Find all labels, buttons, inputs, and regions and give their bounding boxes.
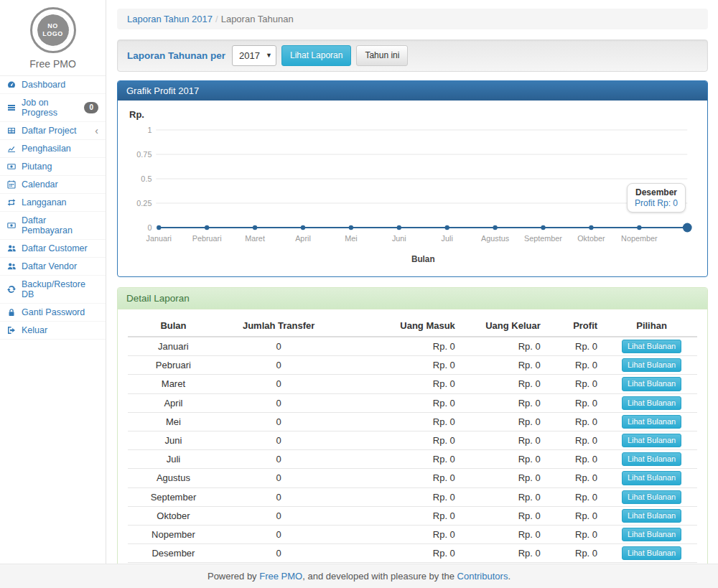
cell-jumlah-transfer: 0	[219, 375, 339, 393]
table-row: Pebruari0Rp. 0Rp. 0Rp. 0Lihat Bulanan	[128, 356, 697, 375]
table-row: Nopember0Rp. 0Rp. 0Rp. 0Lihat Bulanan	[128, 525, 697, 543]
data-point-desember[interactable]	[683, 223, 692, 233]
sidebar-item-label: Calendar	[22, 179, 58, 190]
sidebar-item-daftar-project[interactable]: Daftar Project‹	[0, 122, 106, 140]
data-point-nopember[interactable]	[637, 225, 641, 230]
data-point-pebruari[interactable]	[205, 225, 209, 230]
cell-pilihan: Lihat Bulanan	[606, 393, 697, 412]
x-tick-label: September	[524, 234, 562, 243]
sidebar-item-langganan[interactable]: Langganan	[0, 194, 106, 212]
sidebar-item-dashboard[interactable]: Dashboard	[0, 76, 106, 94]
lihat-bulanan-button[interactable]: Lihat Bulanan	[622, 509, 681, 523]
cell-uang-masuk: Rp. 0	[338, 487, 463, 506]
sidebar-item-ganti-password[interactable]: Ganti Password	[0, 304, 106, 322]
breadcrumb-current: Laporan Tahunan	[221, 14, 294, 24]
data-point-april[interactable]	[301, 225, 305, 230]
table-row: September0Rp. 0Rp. 0Rp. 0Lihat Bulanan	[128, 487, 697, 506]
cell-jumlah-transfer: 0	[219, 337, 339, 356]
sidebar-item-piutang[interactable]: Piutang	[0, 158, 106, 176]
detail-panel-body: BulanJumlah TransferUang MasukUang Kelua…	[118, 309, 707, 564]
chart-panel-title: Grafik Profit 2017	[118, 81, 707, 101]
cell-profit: Rp. 0	[549, 393, 606, 412]
lihat-bulanan-button[interactable]: Lihat Bulanan	[622, 452, 681, 466]
cell-jumlah-transfer: 0	[219, 431, 339, 449]
x-tick-label: Januari	[146, 234, 172, 243]
cell-profit: Rp. 0	[549, 356, 606, 375]
data-point-agustus[interactable]	[493, 225, 497, 230]
users-icon	[7, 262, 17, 271]
cell-jumlah-transfer: 0	[219, 393, 339, 412]
x-tick-label: Juni	[392, 234, 406, 243]
chart-tooltip: Desember Profit Rp: 0	[627, 183, 686, 213]
detail-report-panel: Detail Laporan BulanJumlah TransferUang …	[117, 287, 708, 564]
chart-panel-body: Rp. 00.250.50.751JanuariPebruariMaretApr…	[118, 101, 707, 276]
data-point-oktober[interactable]	[589, 225, 593, 230]
sidebar-item-backup-restore-db[interactable]: Backup/Restore DB	[0, 276, 106, 304]
column-header-uang-keluar: Uang Keluar	[464, 315, 549, 337]
lihat-bulanan-button[interactable]: Lihat Bulanan	[622, 396, 681, 410]
sidebar-item-keluar[interactable]: Keluar	[0, 322, 106, 340]
lihat-bulanan-button[interactable]: Lihat Bulanan	[622, 434, 681, 447]
sign-out-icon	[7, 326, 17, 335]
cell-bulan: Desember	[128, 544, 219, 563]
data-point-mei[interactable]	[349, 225, 353, 230]
tahun-ini-button[interactable]: Tahun ini	[356, 45, 408, 65]
profit-chart-panel: Grafik Profit 2017 Rp. 00.250.50.751Janu…	[117, 80, 708, 277]
table-row: Desember0Rp. 0Rp. 0Rp. 0Lihat Bulanan	[128, 544, 697, 563]
x-tick-label: Maret	[245, 234, 265, 243]
cell-profit: Rp. 0	[549, 375, 606, 393]
tasks-icon	[7, 103, 17, 113]
sidebar-item-label: Job on Progress	[22, 98, 79, 118]
lihat-bulanan-button[interactable]: Lihat Bulanan	[622, 340, 681, 353]
data-point-januari[interactable]	[157, 225, 161, 230]
cell-pilihan: Lihat Bulanan	[606, 525, 697, 543]
column-header-profit: Profit	[549, 315, 606, 337]
refresh-icon	[7, 285, 17, 294]
sidebar-item-calendar[interactable]: Calendar	[0, 176, 106, 194]
data-point-september[interactable]	[541, 225, 545, 230]
lihat-bulanan-button[interactable]: Lihat Bulanan	[622, 358, 681, 372]
sidebar-item-daftar-pembayaran[interactable]: Daftar Pembayaran	[0, 212, 106, 240]
sidebar-item-label: Daftar Pembayaran	[22, 215, 98, 235]
lihat-bulanan-button[interactable]: Lihat Bulanan	[622, 528, 681, 541]
cell-bulan: April	[128, 393, 219, 412]
data-point-juni[interactable]	[397, 225, 401, 230]
cell-bulan: Pebruari	[128, 356, 219, 375]
breadcrumb-link-laporan-tahun[interactable]: Laporan Tahun 2017	[127, 14, 213, 24]
chart-canvas[interactable]: 00.250.50.751JanuariPebruariMaretAprilMe…	[126, 120, 699, 272]
table-row: Maret0Rp. 0Rp. 0Rp. 0Lihat Bulanan	[128, 375, 697, 393]
lihat-bulanan-button[interactable]: Lihat Bulanan	[622, 471, 681, 485]
lihat-laporan-button[interactable]: Lihat Laporan	[281, 45, 351, 65]
sidebar-item-job-on-progress[interactable]: Job on Progress0	[0, 94, 106, 122]
x-tick-label: Pebruari	[192, 234, 222, 243]
footer-freepmo-link[interactable]: Free PMO	[259, 571, 302, 582]
sidebar-item-label: Daftar Vendor	[22, 261, 77, 271]
x-axis-title: Bulan	[411, 254, 435, 264]
lihat-bulanan-button[interactable]: Lihat Bulanan	[622, 546, 681, 560]
footer-text-suffix: .	[508, 571, 510, 582]
cell-jumlah-transfer: 0	[219, 356, 339, 375]
cell-pilihan: Lihat Bulanan	[606, 450, 697, 469]
lihat-bulanan-button[interactable]: Lihat Bulanan	[622, 415, 681, 429]
cell-uang-masuk: Rp. 0	[338, 525, 463, 543]
sidebar-item-penghasilan[interactable]: Penghasilan	[0, 140, 106, 158]
cell-uang-keluar: Rp. 0	[464, 525, 549, 543]
cell-uang-keluar: Rp. 0	[464, 487, 549, 506]
brand-name: Free PMO	[0, 58, 106, 70]
year-select[interactable]: 2017	[232, 45, 276, 66]
lihat-bulanan-button[interactable]: Lihat Bulanan	[622, 490, 681, 504]
sidebar-item-daftar-vendor[interactable]: Daftar Vendor	[0, 258, 106, 276]
detail-report-table: BulanJumlah TransferUang MasukUang Kelua…	[128, 315, 697, 564]
y-tick-label: 0.25	[136, 199, 151, 207]
lihat-bulanan-button[interactable]: Lihat Bulanan	[622, 377, 681, 391]
x-tick-label: Oktober	[577, 234, 605, 243]
footer-contributors-link[interactable]: Contributors	[457, 571, 508, 582]
column-header-uang-masuk: Uang Masuk	[338, 315, 463, 337]
profit-line-chart[interactable]: 00.250.50.751JanuariPebruariMaretAprilMe…	[126, 120, 699, 272]
sidebar-item-label: Dashboard	[22, 80, 65, 90]
year-select-wrap: 2017 ▼	[232, 45, 276, 66]
data-point-maret[interactable]	[253, 225, 257, 230]
data-point-juli[interactable]	[445, 225, 449, 230]
sidebar-item-daftar-customer[interactable]: Daftar Customer	[0, 240, 106, 258]
sidebar-item-label: Keluar	[22, 325, 47, 335]
